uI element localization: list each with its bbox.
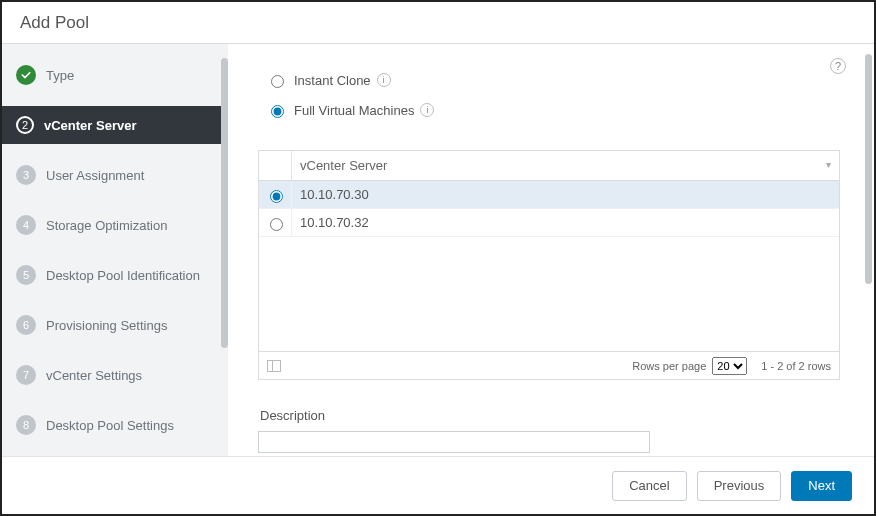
dialog-body: Type2vCenter Server3User Assignment4Stor… [2, 44, 874, 458]
radio-instant-label: Instant Clone [294, 73, 371, 88]
step-label: User Assignment [46, 168, 144, 183]
step-badge: 6 [16, 315, 36, 335]
wizard-step-desktop-pool-settings[interactable]: 8Desktop Pool Settings [2, 406, 228, 444]
step-badge: 3 [16, 165, 36, 185]
vcenter-table: vCenter Server ▾ 10.10.70.3010.10.70.32 … [258, 150, 840, 380]
row-radio-cell [259, 187, 291, 203]
clone-option-full[interactable]: Full Virtual Machines i [266, 96, 846, 124]
dialog-footer: Cancel Previous Next [2, 456, 874, 514]
dialog-title-text: Add Pool [20, 13, 89, 33]
table-header-name[interactable]: vCenter Server ▾ [291, 151, 839, 180]
row-radio-cell [259, 215, 291, 231]
row-name: 10.10.70.32 [291, 209, 839, 236]
description-input[interactable] [258, 431, 650, 453]
step-label: Provisioning Settings [46, 318, 167, 333]
table-row[interactable]: 10.10.70.32 [259, 209, 839, 237]
radio-full-vm[interactable] [271, 105, 284, 118]
wizard-sidebar: Type2vCenter Server3User Assignment4Stor… [2, 44, 228, 458]
previous-button[interactable]: Previous [697, 471, 782, 501]
rows-per-page-select[interactable]: 20 [712, 357, 747, 375]
step-label: Type [46, 68, 74, 83]
wizard-step-desktop-pool-identification[interactable]: 5Desktop Pool Identification [2, 256, 228, 294]
sidebar-scrollbar[interactable] [221, 58, 228, 348]
row-name: 10.10.70.30 [291, 181, 839, 208]
pagination-range: 1 - 2 of 2 rows [761, 360, 831, 372]
step-label: Storage Optimization [46, 218, 167, 233]
wizard-step-storage-optimization[interactable]: 4Storage Optimization [2, 206, 228, 244]
table-header-label: vCenter Server [300, 158, 387, 173]
wizard-step-vcenter-settings[interactable]: 7vCenter Settings [2, 356, 228, 394]
step-badge: 8 [16, 415, 36, 435]
rows-per-page-label: Rows per page [632, 360, 706, 372]
step-badge [16, 65, 36, 85]
table-footer: Rows per page 20 1 - 2 of 2 rows [259, 351, 839, 379]
row-radio[interactable] [270, 190, 283, 203]
table-header-row: vCenter Server ▾ [259, 151, 839, 181]
wizard-step-provisioning-settings[interactable]: 6Provisioning Settings [2, 306, 228, 344]
wizard-step-vcenter-server[interactable]: 2vCenter Server [2, 106, 228, 144]
main-scrollbar[interactable] [865, 54, 872, 284]
radio-full-label: Full Virtual Machines [294, 103, 414, 118]
add-pool-dialog: Add Pool Type2vCenter Server3User Assign… [0, 0, 876, 516]
sort-icon[interactable]: ▾ [826, 159, 831, 170]
cancel-button[interactable]: Cancel [612, 471, 686, 501]
dialog-title: Add Pool [2, 2, 874, 44]
table-row[interactable]: 10.10.70.30 [259, 181, 839, 209]
radio-instant-clone[interactable] [271, 75, 284, 88]
wizard-step-type[interactable]: Type [2, 56, 228, 94]
help-icon[interactable]: ? [830, 58, 846, 74]
row-radio[interactable] [270, 218, 283, 231]
step-badge: 7 [16, 365, 36, 385]
step-label: Desktop Pool Settings [46, 418, 174, 433]
step-badge: 5 [16, 265, 36, 285]
clone-option-instant[interactable]: Instant Clone i [266, 66, 846, 94]
description-label: Description [260, 408, 846, 423]
info-icon[interactable]: i [377, 73, 391, 87]
next-button[interactable]: Next [791, 471, 852, 501]
step-badge: 2 [16, 116, 34, 134]
wizard-main: ? Instant Clone i Full Virtual Machines … [228, 44, 874, 458]
step-label: vCenter Settings [46, 368, 142, 383]
wizard-step-user-assignment[interactable]: 3User Assignment [2, 156, 228, 194]
step-badge: 4 [16, 215, 36, 235]
table-body: 10.10.70.3010.10.70.32 [259, 181, 839, 351]
step-label: vCenter Server [44, 118, 137, 133]
info-icon[interactable]: i [420, 103, 434, 117]
step-label: Desktop Pool Identification [46, 268, 200, 283]
columns-icon[interactable] [267, 360, 281, 372]
